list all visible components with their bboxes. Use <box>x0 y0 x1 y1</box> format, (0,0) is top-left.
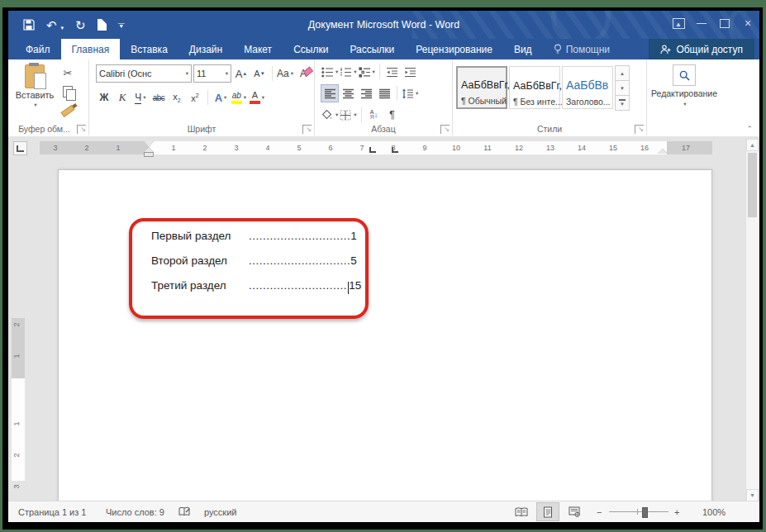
word-count[interactable]: Число слов: 9 <box>106 501 164 522</box>
ruler-text-area <box>149 141 667 154</box>
font-dialog-launcher[interactable]: ↘ <box>302 125 312 134</box>
proofing-status[interactable] <box>178 501 190 522</box>
style-heading1[interactable]: АаБбВв Заголово... <box>562 66 613 109</box>
shrink-font-button[interactable]: A▼ <box>251 65 268 82</box>
page-count[interactable]: Страница 1 из 1 <box>18 501 86 522</box>
tab-insert[interactable]: Вставка <box>120 39 178 59</box>
styles-scroll-down-button[interactable]: ▼ <box>615 80 630 96</box>
horizontal-ruler[interactable]: 3211234567891011121314151617 <box>40 141 712 154</box>
paragraph-dialog-launcher[interactable]: ↘ <box>440 125 450 134</box>
decrease-indent-button[interactable] <box>384 64 401 80</box>
hanging-indent-marker[interactable] <box>144 142 154 152</box>
styles-scroll-up-button[interactable]: ▲ <box>615 65 630 81</box>
read-mode-button[interactable] <box>511 503 532 520</box>
collapse-ribbon-button[interactable]: ⌃ <box>746 125 753 133</box>
strikethrough-button[interactable]: abc <box>150 89 167 106</box>
tab-home[interactable]: Главная <box>61 39 121 59</box>
bullets-button[interactable]: ▾ <box>321 64 338 80</box>
read-mode-icon <box>515 507 528 517</box>
tab-tell-me[interactable]: Помощни <box>543 39 621 59</box>
font-size-select[interactable]: 11▾ <box>193 64 231 83</box>
share-button[interactable]: Общий доступ <box>649 39 754 59</box>
styles-dialog-launcher[interactable]: ↘ <box>635 125 644 134</box>
left-indent-marker[interactable] <box>145 153 153 156</box>
line-spacing-button[interactable]: ▾ <box>402 85 418 102</box>
font-color-button[interactable]: А▾ <box>249 89 265 106</box>
tab-layout[interactable]: Макет <box>233 39 283 59</box>
minimize-button[interactable]: — <box>690 11 713 36</box>
paragraph-group: ▾ ▾ ▾ <box>315 59 453 135</box>
text-effects-button[interactable]: А▾ <box>212 89 229 106</box>
subscript-button[interactable]: x2 <box>169 89 185 106</box>
ruler-number: 8 <box>391 141 395 154</box>
multilevel-list-button[interactable]: ▾ <box>359 64 375 80</box>
tab-design[interactable]: Дизайн <box>178 39 233 59</box>
ruler-number: 2 <box>12 453 21 457</box>
zoom-out-button[interactable]: − <box>597 501 602 522</box>
zoom-in-button[interactable]: + <box>674 501 679 522</box>
numbering-button[interactable]: ▾ <box>340 64 356 80</box>
language-status[interactable]: русский <box>204 501 236 522</box>
zoom-slider[interactable] <box>609 501 668 522</box>
editing-label: Редактирование <box>651 88 717 98</box>
ribbon-display-options-button[interactable]: ▲ <box>667 11 690 36</box>
styles-more-button[interactable]: ▼ <box>615 95 630 111</box>
print-layout-button[interactable] <box>537 503 559 520</box>
format-painter-button[interactable] <box>59 102 76 119</box>
tab-references[interactable]: Ссылки <box>283 39 339 59</box>
font-group: Calibri (Оснс▾ 11▾ A▲ A▼ Aa▾ А Ж К Ч▾ ab… <box>89 59 315 135</box>
copy-button[interactable] <box>59 83 76 100</box>
window-controls: ▲ — × <box>667 11 759 36</box>
borders-button[interactable]: ▾ <box>340 107 356 123</box>
align-center-button[interactable] <box>340 85 356 102</box>
italic-button[interactable]: К <box>114 89 131 106</box>
align-right-button[interactable] <box>358 85 374 102</box>
style-no-spacing[interactable]: АаБбВвГг, ¶ Без инте... <box>509 66 560 109</box>
paragraph-group-label: Абзац <box>315 124 452 134</box>
line-spacing-icon <box>402 88 414 99</box>
increase-indent-button[interactable] <box>402 64 419 80</box>
close-button[interactable]: × <box>736 11 759 36</box>
zoom-level[interactable]: 100% <box>702 501 726 522</box>
shading-button[interactable]: ▾ <box>321 107 338 123</box>
scroll-down-button[interactable]: ▼ <box>746 489 759 501</box>
scrollbar-thumb[interactable] <box>748 153 757 217</box>
superscript-button[interactable]: x2 <box>187 89 203 106</box>
tab-stop-marker[interactable] <box>369 147 376 153</box>
paste-button[interactable]: Вставить ▾ <box>13 63 56 122</box>
vertical-ruler[interactable]: 2112345678 <box>12 318 25 481</box>
cut-button[interactable]: ✂ <box>59 64 76 81</box>
search-box <box>673 64 696 86</box>
underline-button[interactable]: Ч▾ <box>132 89 149 106</box>
scroll-up-button[interactable]: ▲ <box>746 139 759 151</box>
status-bar: Страница 1 из 1 Число слов: 9 русский − <box>8 501 759 522</box>
font-name-select[interactable]: Calibri (Оснс▾ <box>96 64 192 83</box>
right-indent-marker[interactable] <box>658 144 668 154</box>
tab-review[interactable]: Рецензирование <box>405 39 503 59</box>
web-layout-button[interactable] <box>564 503 585 520</box>
justify-button[interactable] <box>376 85 393 102</box>
clipboard-dialog-launcher[interactable]: ↘ <box>77 125 86 134</box>
clear-formatting-button[interactable]: А <box>295 65 312 82</box>
sort-button[interactable]: АЯ ↓ <box>366 107 383 123</box>
maximize-button[interactable] <box>713 11 736 36</box>
red-annotation-box <box>129 218 369 319</box>
bold-button[interactable]: Ж <box>96 89 112 106</box>
show-paragraph-marks-button[interactable]: ¶ <box>384 107 401 123</box>
zoom-slider-thumb[interactable] <box>642 507 648 518</box>
align-center-icon <box>342 88 354 99</box>
share-person-icon <box>660 45 671 55</box>
grow-font-button[interactable]: A▲ <box>233 65 250 82</box>
document-page[interactable]: Первый раздел...........................… <box>58 169 712 501</box>
change-case-button[interactable]: Aa▾ <box>277 65 293 82</box>
highlight-color-button[interactable]: ab▾ <box>231 89 247 106</box>
vertical-scrollbar[interactable]: ▲ ▼ <box>745 139 759 501</box>
tab-stop-selector[interactable] <box>13 141 27 155</box>
style-normal[interactable]: АаБбВвГг, ¶ Обычный <box>456 66 507 109</box>
zoom-slider-track[interactable] <box>609 511 668 512</box>
tab-file[interactable]: Файл <box>15 39 61 59</box>
editing-button[interactable]: Редактирование ▾ <box>647 64 721 107</box>
tab-mailings[interactable]: Рассылки <box>339 39 405 59</box>
align-left-button[interactable] <box>321 85 338 102</box>
tab-view[interactable]: Вид <box>503 39 543 59</box>
